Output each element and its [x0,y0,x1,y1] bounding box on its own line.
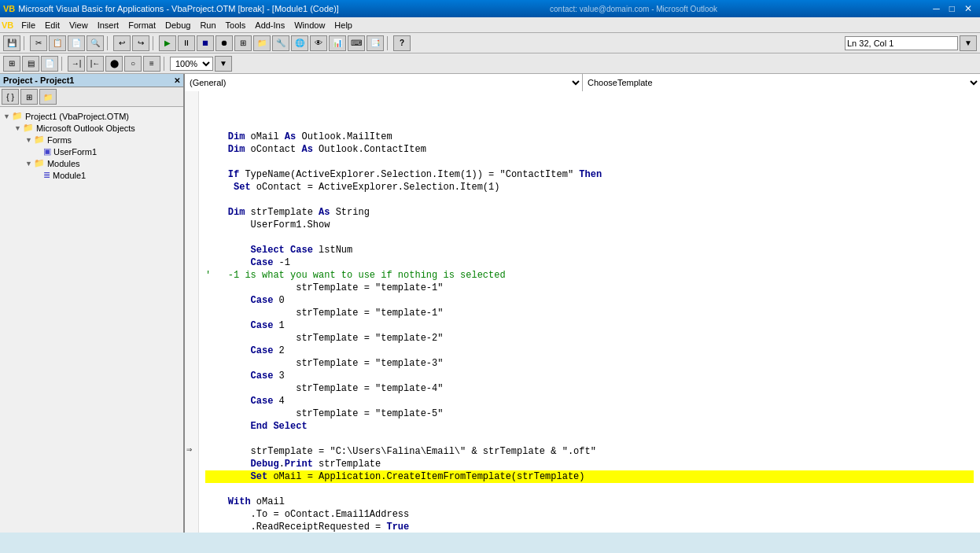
cut-button[interactable]: ✂ [30,35,47,51]
help-button[interactable]: ? [393,35,411,51]
reset-button[interactable]: ⏺ [216,35,233,51]
view-button-2[interactable]: ▤ [22,56,39,72]
design-mode-button[interactable]: ⊞ [234,35,252,51]
find-button[interactable]: 🔍 [87,35,104,51]
code-line-13: Case 0 [205,294,974,307]
separator-4 [387,36,390,50]
menu-item-tools[interactable]: Tools [221,20,251,31]
view-object-button[interactable]: ⊞ [20,89,38,105]
code-line-21: Case 4 [205,395,974,407]
pause-button[interactable]: ⏸ [178,35,195,51]
arrow-indicator: ⇒ [186,444,192,456]
bp-view-button[interactable]: ≡ [143,56,160,72]
code-line-24 [205,433,974,445]
close-button[interactable]: ✕ [960,3,977,14]
menu-item-insert[interactable]: Insert [93,20,124,31]
undo-button[interactable]: ↩ [113,35,131,51]
project-panel: Project - Project1 ✕ { } ⊞ 📁 ▼📁Project1 … [0,74,185,533]
code-line-29: With oMail [205,496,974,508]
paste-button[interactable]: 📄 [68,35,85,51]
tree-label: UserForm1 [53,147,97,157]
project-panel-title: Project - Project1 [3,76,74,85]
menu-item-window[interactable]: Window [289,20,330,31]
indent-button[interactable]: →| [68,56,85,72]
clear-bp-button[interactable]: ○ [124,56,142,72]
separator-5 [61,57,64,71]
menu-item-format[interactable]: Format [123,20,160,31]
code-line-25: strTemplate = "C:\Users\Falina\Email\" &… [205,445,974,458]
menu-item-file[interactable]: File [17,20,40,31]
code-dropdowns: (General) ChooseTemplate [185,74,980,91]
toolbar-row-1: 💾 ✂ 📋 📄 🔍 ↩ ↪ ▶ ⏸ ⏹ ⏺ ⊞ 📁 🔧 🌐 👁 📊 ⌨ 📑 ? … [0,33,980,53]
menu-item-edit[interactable]: Edit [40,20,64,31]
main-layout: Project - Project1 ✕ { } ⊞ 📁 ▼📁Project1 … [0,74,980,533]
code-line-16: strTemplate = "template-2" [205,332,974,345]
code-line-3: If TypeName(ActiveExplorer.Selection.Ite… [205,168,974,181]
tree-label: Module1 [53,171,86,180]
tree-item-modules[interactable]: ▼📁Modules [3,157,180,169]
project-button[interactable]: 📁 [253,35,271,51]
code-line-14: strTemplate = "template-1" [205,307,974,319]
stop-button[interactable]: ⏹ [197,35,214,51]
code-line-4: Set oContact = ActiveExplorer.Selection.… [205,181,974,194]
props-button[interactable]: 🔧 [272,35,289,51]
email-info: contact: value@domain.com - Microsoft Ou… [550,5,717,13]
code-text[interactable]: Dim oMail As Outlook.MailItem Dim oConta… [199,91,980,533]
immediate-button[interactable]: ⌨ [348,35,365,51]
view-code-button[interactable]: { } [2,89,19,105]
menu-item-view[interactable]: View [64,20,93,31]
code-line-8 [205,231,974,244]
code-line-26: Debug.Print strTemplate [205,458,974,470]
outdent-button[interactable]: |← [87,56,104,72]
code-line-9: Select Case lstNum [205,244,974,256]
save-button[interactable]: 💾 [3,35,20,51]
separator-1 [24,36,27,50]
menu-item-debug[interactable]: Debug [160,20,195,31]
tree-label: Microsoft Outlook Objects [36,124,135,133]
toggle-folders-button[interactable]: 📁 [39,89,57,105]
code-line-2 [205,156,974,168]
title-bar: VB Microsoft Visual Basic for Applicatio… [0,0,980,17]
separator-2 [107,36,110,50]
minimize-button[interactable]: ─ [928,3,945,14]
code-content[interactable]: ⇒ Dim oMail As Outlook.MailItem Dim oCon… [185,91,980,533]
procedure-selector[interactable]: ChooseTemplate [583,74,980,91]
code-line-15: Case 1 [205,319,974,332]
code-line-10: Case -1 [205,256,974,269]
zoom-dropdown-button[interactable]: ▼ [215,56,232,72]
tree-item-microsoft-outlook-objects[interactable]: ▼📁Microsoft Outlook Objects [3,122,180,134]
code-editor: (General) ChooseTemplate ⇒ Dim oMail As … [185,74,980,533]
code-line-20: strTemplate = "template-4" [205,382,974,395]
browser-button[interactable]: 🌐 [291,35,308,51]
tree-label: Modules [47,159,80,168]
tree-item-forms[interactable]: ▼📁Forms [3,134,180,146]
tree-item-userform1[interactable]: ▶▣UserForm1 [3,146,180,157]
code-line-27: Set oMail = Application.CreateItemFromTe… [205,470,974,483]
menu-item-add-ins[interactable]: Add-Ins [250,20,289,31]
code-line-0: Dim oMail As Outlook.MailItem [205,131,974,143]
view-button-3[interactable]: 📄 [41,56,58,72]
copy-button[interactable]: 📋 [49,35,66,51]
position-dropdown-button[interactable]: ▼ [960,35,977,51]
maximize-button[interactable]: □ [945,3,960,14]
tree-item-project1-(vbaproject.otm)[interactable]: ▼📁Project1 (VbaProject.OTM) [3,110,180,122]
tree-item-module1[interactable]: ▶≣Module1 [3,169,180,181]
redo-button[interactable]: ↪ [132,35,149,51]
code-line-1: Dim oContact As Outlook.ContactItem [205,143,974,156]
bp-toggle-button[interactable]: ⬤ [105,56,123,72]
project-panel-close[interactable]: ✕ [174,76,180,85]
code-line-7: UserForm1.Show [205,219,974,231]
code-line-28 [205,483,974,496]
zoom-selector[interactable]: 100% [170,57,213,71]
run-button[interactable]: ▶ [159,35,176,51]
view-button-1[interactable]: ⊞ [3,56,20,72]
code-line-17: Case 2 [205,345,974,357]
watch-button[interactable]: 👁 [310,35,327,51]
object-selector[interactable]: (General) [185,74,583,91]
code-line-19: Case 3 [205,370,974,382]
menu-item-help[interactable]: Help [330,20,357,31]
code-gutter: ⇒ [185,91,199,533]
locals-button[interactable]: 📊 [329,35,346,51]
menu-item-run[interactable]: Run [195,20,220,31]
callstack-button[interactable]: 📑 [367,35,384,51]
